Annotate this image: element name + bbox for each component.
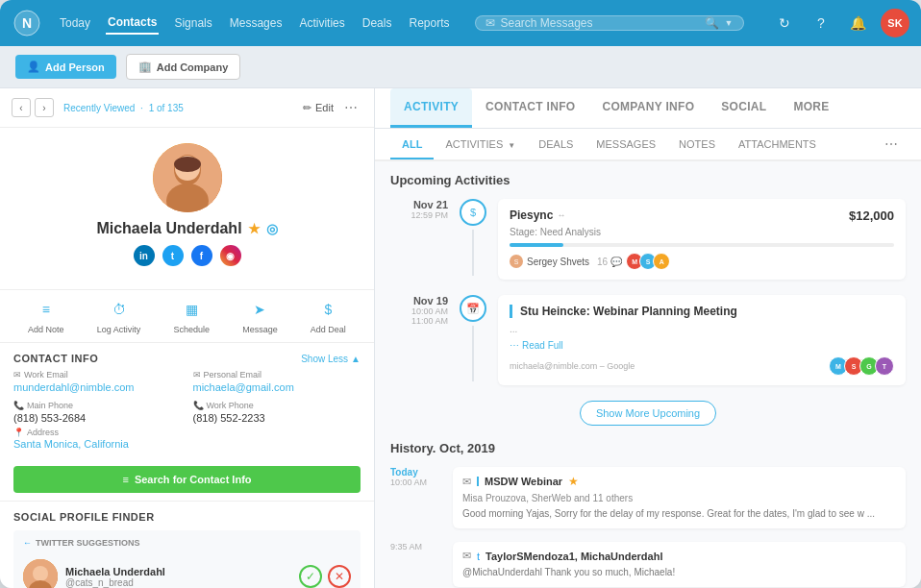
- twitter-suggestions: ← TWITTER SUGGESTIONS Michaela U: [13, 530, 361, 588]
- subtab-notes[interactable]: NOTES: [667, 131, 727, 159]
- activity-line: [472, 230, 474, 276]
- main-tab-nav: ACTIVITY CONTACT INFO COMPANY INFO SOCIA…: [375, 88, 921, 129]
- phone-icon: 📞: [13, 401, 24, 410]
- personal-email-icon: ✉: [193, 370, 201, 380]
- nav-deals[interactable]: Deals: [361, 12, 394, 34]
- show-less-button[interactable]: Show Less ▲: [301, 354, 361, 364]
- deal-mini-avatars: M S A: [630, 253, 670, 270]
- work-email-value[interactable]: munderdahl@nimble.com: [13, 381, 182, 393]
- reject-suggestion-button[interactable]: ✕: [328, 565, 351, 588]
- add-company-icon: 🏢: [138, 61, 152, 73]
- nav-signals[interactable]: Signals: [172, 12, 213, 34]
- twitter-icon[interactable]: t: [162, 245, 184, 266]
- history-snippet-1: Misa Prouzova, SherWeb and 11 others Goo…: [462, 492, 896, 521]
- nav-today[interactable]: Today: [58, 12, 92, 34]
- suggestion-info: Michaela Underdahl @cats_n_bread: [65, 566, 291, 588]
- prev-arrow[interactable]: ‹: [12, 98, 31, 117]
- help-icon[interactable]: ?: [808, 10, 834, 37]
- search-contact-info-button[interactable]: ≡ Search for Contact Info: [13, 466, 361, 493]
- tab-more[interactable]: MORE: [780, 88, 842, 128]
- contact-name-row: Michaela Underdahl ★ ◎: [96, 220, 277, 237]
- nav-messages[interactable]: Messages: [228, 12, 285, 34]
- linkedin-icon[interactable]: in: [134, 245, 155, 266]
- recently-viewed-label: Recently Viewed · 1 of 135: [63, 103, 184, 113]
- message-action[interactable]: ➤ Message: [242, 298, 278, 334]
- show-more-upcoming: Show More Upcoming: [390, 401, 906, 426]
- twitter-suggestions-header: ← TWITTER SUGGESTIONS: [23, 538, 351, 548]
- add-company-button[interactable]: 🏢 Add Company: [126, 54, 241, 80]
- nav-icons: ↻ ? 🔔 SK: [771, 9, 909, 37]
- app-window: N Today Contacts Signals Messages Activi…: [0, 0, 921, 588]
- activity-item-meeting: Nov 19 10:00 AM 11:00 AM 📅 Stu Heincke: …: [390, 295, 906, 385]
- subtab-attachments[interactable]: ATTACHMENTS: [727, 131, 828, 159]
- accept-suggestion-button[interactable]: ✓: [299, 565, 322, 588]
- svg-point-6: [174, 157, 201, 172]
- contact-name: Michaela Underdahl: [96, 220, 241, 237]
- schedule-icon: ▦: [180, 298, 203, 321]
- add-deal-action[interactable]: $ Add Deal: [311, 298, 346, 334]
- user-avatar[interactable]: SK: [881, 9, 909, 37]
- mail-icon: ✉: [462, 476, 471, 488]
- search-contact-icon: ≡: [122, 474, 128, 485]
- deal-progress-fill: [510, 243, 563, 247]
- meeting-icon-col: 📅: [460, 295, 486, 385]
- deal-count: 16 💬: [597, 257, 622, 267]
- mini-avatar-3: A: [653, 253, 670, 270]
- activity-item-deal: Nov 21 12:59 PM $ Piesync ↔ $1: [390, 199, 906, 280]
- history-item-1: Today 10:00 AM ✉ MSDW Webinar ★ Misa Pro…: [390, 467, 906, 528]
- activity-date-nov19: Nov 19 10:00 AM 11:00 AM: [390, 295, 448, 385]
- read-full-button[interactable]: ⋯ Read Full: [510, 340, 894, 351]
- tab-contact-info[interactable]: CONTACT INFO: [472, 88, 588, 128]
- suggestion-avatar: [23, 559, 58, 588]
- show-more-upcoming-button[interactable]: Show More Upcoming: [580, 401, 716, 426]
- nav-activities[interactable]: Activities: [297, 12, 346, 34]
- refresh-icon[interactable]: ↻: [771, 10, 798, 37]
- logo: N: [12, 8, 42, 38]
- add-deal-icon: $: [316, 298, 339, 321]
- meeting-footer: michaela@nimble.com – Google M S G T: [510, 356, 894, 376]
- mail-icon-2: ✉: [462, 550, 471, 562]
- facebook-icon[interactable]: f: [191, 245, 212, 266]
- tab-social[interactable]: SOCIAL: [708, 88, 780, 128]
- subtab-more-button[interactable]: ⋯: [877, 129, 906, 159]
- sub-header: 👤 Add Person 🏢 Add Company: [0, 46, 921, 88]
- personal-email-value[interactable]: michaela@gmail.com: [193, 381, 361, 393]
- tab-company-info[interactable]: COMPANY INFO: [588, 88, 708, 128]
- add-person-button[interactable]: 👤 Add Person: [15, 55, 116, 79]
- work-phone-icon: 📞: [193, 401, 204, 410]
- log-activity-icon: ⏱: [108, 298, 131, 321]
- search-input[interactable]: [501, 16, 699, 30]
- more-button[interactable]: ⋯: [339, 96, 362, 119]
- history-title-2: TaylorSMendoza1, MichaUnderdahl: [485, 551, 662, 562]
- edit-button[interactable]: ✏ Edit: [303, 102, 334, 114]
- twitter-icon-sm: t: [477, 551, 480, 562]
- tab-activity[interactable]: ACTIVITY: [390, 88, 472, 128]
- right-panel: ACTIVITY CONTACT INFO COMPANY INFO SOCIA…: [375, 88, 921, 588]
- activity-line-meeting: [472, 326, 474, 381]
- work-email-field: ✉ Work Email munderdahl@nimble.com: [13, 370, 182, 393]
- star-icon[interactable]: ★: [248, 221, 261, 236]
- bell-icon[interactable]: 🔔: [844, 10, 871, 37]
- nav-reports[interactable]: Reports: [407, 12, 451, 34]
- deal-activity-icon: $: [460, 199, 486, 226]
- log-activity-action[interactable]: ⏱ Log Activity: [97, 298, 141, 334]
- contact-info-title: CONTACT INFO: [13, 353, 98, 364]
- subtab-messages[interactable]: MESSAGES: [585, 131, 667, 159]
- main-phone-value: (818) 553-2684: [13, 412, 182, 424]
- edit-icon: ✏: [303, 102, 311, 114]
- work-phone-field: 📞 Work Phone (818) 552-2233: [193, 401, 361, 424]
- chevron-up-icon: ▲: [351, 354, 361, 364]
- search-bar[interactable]: ✉ 🔍 ▼: [475, 15, 744, 31]
- nav-contacts[interactable]: Contacts: [106, 12, 159, 35]
- add-note-action[interactable]: ≡ Add Note: [28, 298, 64, 334]
- subtab-all[interactable]: ALL: [390, 131, 434, 159]
- schedule-action[interactable]: ▦ Schedule: [173, 298, 210, 334]
- history-item-2: 9:35 AM ✉ t TaylorSMendoza1, MichaUnderd…: [390, 542, 906, 587]
- subtab-deals[interactable]: DEALS: [527, 131, 585, 159]
- instagram-icon[interactable]: ◉: [220, 245, 241, 266]
- message-icon: ➤: [248, 298, 271, 321]
- activity-date-nov21: Nov 21 12:59 PM: [390, 199, 448, 280]
- next-arrow[interactable]: ›: [35, 98, 54, 117]
- contact-header: Michaela Underdahl ★ ◎ in t f ◉: [0, 128, 374, 290]
- subtab-activities[interactable]: ACTIVITIES ▼: [434, 131, 527, 159]
